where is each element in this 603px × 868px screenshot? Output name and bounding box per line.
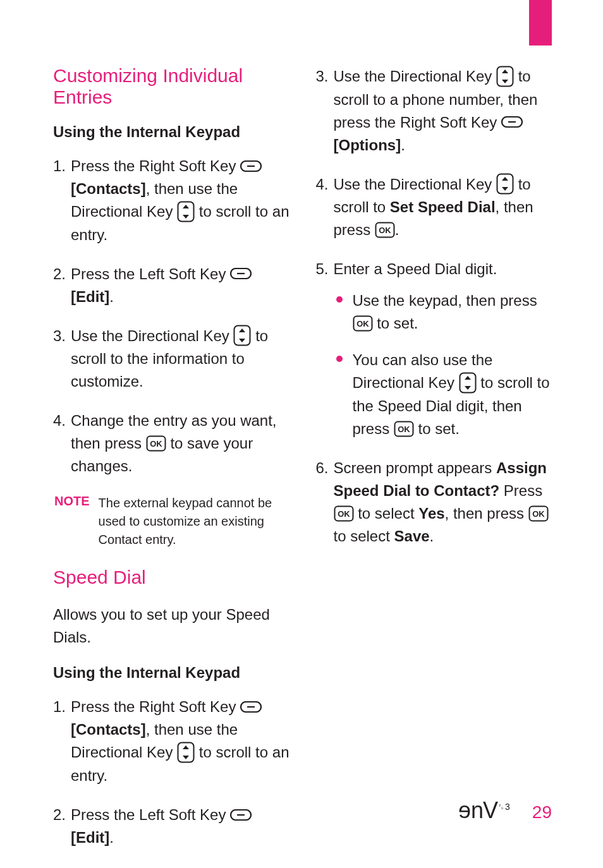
page-footer: enV␜3 29 (459, 797, 552, 824)
svg-text:OK: OK (356, 319, 369, 329)
text: . (109, 288, 114, 305)
section-title-customizing: Customizing Individual Entries (53, 65, 289, 108)
text: Press the Left Soft Key (71, 806, 230, 823)
directional-key-icon (177, 742, 195, 763)
text: Press the Right Soft Key (71, 698, 240, 715)
ok-key-icon: OK (353, 315, 373, 332)
svg-marker-15 (183, 745, 189, 749)
note: NOTE The external keypad cannot be used … (53, 494, 289, 549)
intro-text: Allows you to set up your Speed Dials. (53, 603, 289, 649)
svg-marker-21 (502, 80, 508, 83)
bold: [Contacts] (71, 180, 146, 197)
step-3: Use the Directional Key to scroll to a p… (316, 65, 552, 157)
step-3: Use the Directional Key to scroll to the… (53, 325, 289, 394)
step-2: Press the Left Soft Key [Edit]. (53, 263, 289, 308)
step-1: Press the Right Soft Key [Contacts], the… (53, 155, 289, 246)
subhead-internal-keypad-2: Using the Internal Keypad (53, 664, 289, 682)
text: . (109, 829, 114, 846)
ok-key-icon: OK (146, 435, 166, 452)
ok-key-icon: OK (334, 505, 354, 522)
bold: Set Speed Dial (390, 198, 496, 215)
svg-text:OK: OK (150, 439, 162, 449)
text: . (401, 136, 405, 154)
page-number: 29 (532, 802, 552, 823)
step-4: Change the entry as you want, then press… (53, 409, 289, 478)
text: , then press (445, 505, 528, 522)
svg-marker-25 (502, 177, 508, 181)
svg-marker-3 (183, 205, 189, 208)
text: to select (358, 505, 418, 522)
steps-speed-dial-left: Press the Right Soft Key [Contacts], the… (53, 696, 289, 849)
bold: Save (394, 527, 430, 545)
accent-bar (529, 0, 552, 45)
text: Use the Directional Key (334, 68, 496, 85)
svg-marker-8 (239, 329, 245, 332)
soft-key-icon (230, 268, 252, 279)
directional-key-icon (177, 201, 195, 222)
svg-marker-9 (239, 339, 245, 342)
text: Press (499, 482, 542, 499)
step-5: Enter a Speed Dial digit. Use the keypad… (316, 258, 552, 440)
text: Press the Left Soft Key (71, 265, 230, 282)
text: Use the Directional Key (71, 327, 233, 344)
soft-key-icon (240, 160, 262, 172)
steps-customizing: Press the Right Soft Key [Contacts], the… (53, 155, 289, 478)
bullet-2: You can also use the Directional Key to … (334, 349, 552, 440)
svg-text:OK: OK (379, 226, 391, 235)
ok-key-icon: OK (528, 505, 549, 522)
text: Press the Right Soft Key (71, 157, 240, 174)
subhead-internal-keypad-1: Using the Internal Keypad (53, 123, 289, 141)
soft-key-icon (230, 809, 252, 821)
section-title-speed-dial: Speed Dial (53, 567, 289, 588)
directional-key-icon (496, 173, 514, 195)
svg-marker-16 (183, 756, 189, 759)
text: Enter a Speed Dial digit. (334, 260, 497, 277)
ok-key-icon: OK (394, 421, 414, 437)
env3-logo: enV␜3 (459, 797, 511, 824)
svg-marker-32 (465, 376, 471, 380)
svg-marker-4 (183, 215, 189, 219)
soft-key-icon (240, 701, 262, 713)
bold: [Edit] (71, 288, 109, 305)
text: Use the Directional Key (334, 176, 496, 193)
text: Screen prompt appears (334, 459, 496, 476)
note-text: The external keypad cannot be used to cu… (99, 494, 289, 549)
bold: [Edit] (71, 829, 109, 846)
text: to select (334, 527, 394, 545)
directional-key-icon (459, 372, 477, 394)
bullet-1: Use the keypad, then press OK to set. (334, 289, 552, 335)
note-label: NOTE (53, 494, 90, 549)
bold: Yes (418, 505, 444, 522)
step-1: Press the Right Soft Key [Contacts], the… (53, 696, 289, 787)
step-4: Use the Directional Key to scroll to Set… (316, 173, 552, 242)
page-body: Customizing Individual Entries Using the… (53, 65, 552, 865)
bold: [Options] (334, 136, 401, 154)
text: . (430, 527, 434, 545)
svg-marker-20 (502, 69, 508, 73)
step-5-bullets: Use the keypad, then press OK to set. Yo… (334, 289, 552, 440)
step-2: Press the Left Soft Key [Edit]. (53, 804, 289, 849)
svg-text:OK: OK (338, 509, 350, 519)
svg-text:OK: OK (398, 425, 410, 434)
steps-speed-dial-right: Use the Directional Key to scroll to a p… (316, 65, 552, 548)
left-column: Customizing Individual Entries Using the… (53, 65, 289, 865)
text: Use the keypad, then press (353, 292, 537, 309)
svg-text:OK: OK (532, 509, 545, 519)
step-6: Screen prompt appears Assign Speed Dial … (316, 457, 552, 548)
svg-marker-33 (465, 386, 471, 390)
right-column: Use the Directional Key to scroll to a p… (316, 65, 552, 865)
text: to set. (418, 420, 460, 437)
directional-key-icon (496, 66, 514, 87)
text: to set. (377, 315, 418, 332)
bold: [Contacts] (71, 721, 146, 738)
ok-key-icon: OK (375, 222, 395, 238)
directional-key-icon (233, 325, 251, 346)
soft-key-icon (501, 116, 523, 128)
text: . (395, 221, 399, 238)
svg-marker-26 (502, 187, 508, 191)
